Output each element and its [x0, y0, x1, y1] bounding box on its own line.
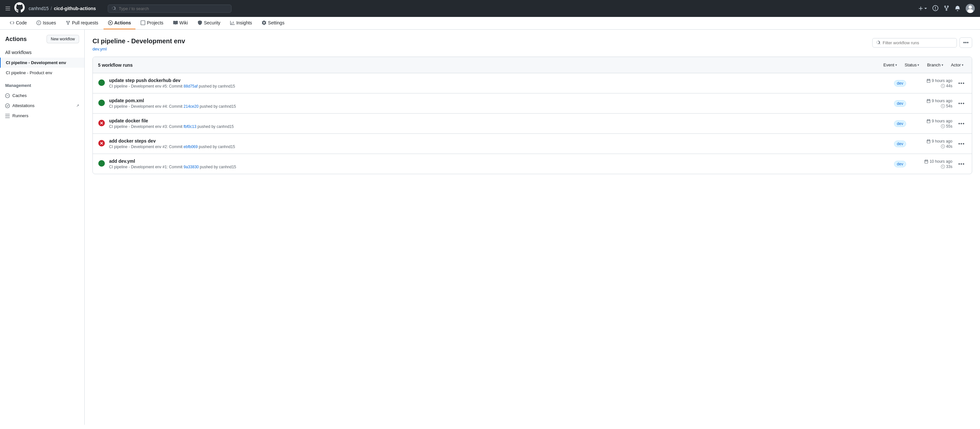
subnav: Code Issues Pull requests Actions Projec…: [0, 17, 980, 30]
subnav-code-label: Code: [16, 20, 27, 25]
projects-nav-icon: [141, 21, 145, 25]
run-time-text: 9 hours ago: [932, 99, 952, 103]
table-row[interactable]: add docker steps dev CI pipeline - Devel…: [93, 134, 972, 154]
svg-point-1: [967, 9, 973, 13]
settings-nav-icon: [262, 21, 266, 25]
username-link[interactable]: canhnd15: [29, 6, 49, 11]
filter-search-box[interactable]: [872, 38, 957, 48]
all-workflows-link[interactable]: All workflows: [0, 47, 84, 57]
actions-nav-icon: [108, 21, 113, 25]
sidebar-workflows: CI pipeline - Development env CI pipelin…: [0, 57, 84, 78]
subnav-security[interactable]: Security: [193, 17, 225, 29]
subnav-insights[interactable]: Insights: [226, 17, 256, 29]
run-commit-link[interactable]: 214ce20: [184, 104, 199, 109]
event-filter[interactable]: Event ▾: [880, 61, 900, 69]
status-filter[interactable]: Status ▾: [902, 61, 923, 69]
subnav-pr[interactable]: Pull requests: [61, 17, 103, 29]
new-workflow-button[interactable]: New workflow: [46, 35, 79, 43]
sidebar-attestations[interactable]: Attestations ↗: [0, 100, 84, 111]
run-subtitle: CI pipeline - Development env #4: Commit…: [109, 104, 890, 109]
pullrequest-icon[interactable]: [943, 5, 950, 12]
table-row[interactable]: update pom.xml CI pipeline - Development…: [93, 94, 972, 114]
run-more-button[interactable]: •••: [956, 79, 967, 87]
run-commit-link[interactable]: 88d75af: [184, 84, 197, 89]
code-icon: [10, 21, 14, 25]
search-input[interactable]: [119, 6, 227, 11]
run-duration: 33s: [941, 164, 952, 169]
run-title[interactable]: update pom.xml: [109, 98, 890, 103]
subnav-actions[interactable]: Actions: [103, 17, 135, 29]
run-status-icon: [98, 100, 105, 107]
insights-nav-icon: [230, 21, 235, 25]
run-subtitle: CI pipeline - Development env #1: Commit…: [109, 165, 890, 169]
subnav-code[interactable]: Code: [5, 17, 31, 29]
plus-button[interactable]: [918, 6, 927, 11]
run-meta: 9 hours ago 40s: [910, 139, 952, 149]
page-subtitle: dev.yml: [92, 46, 185, 51]
search-bar[interactable]: [108, 5, 231, 13]
sidebar-runners[interactable]: Runners: [0, 111, 84, 121]
run-branch-badge: dev: [894, 100, 906, 107]
run-subtitle: CI pipeline - Development env #3: Commit…: [109, 124, 890, 129]
issues-icon[interactable]: [932, 5, 938, 12]
topnav: canhnd15 / cicd-github-actions: [0, 0, 980, 17]
table-row[interactable]: update step push dockerhub dev CI pipeli…: [93, 73, 972, 94]
github-logo[interactable]: [14, 2, 25, 15]
run-subtitle: CI pipeline - Development env #5: Commit…: [109, 84, 890, 89]
run-duration-text: 54s: [946, 104, 952, 108]
run-commit-link[interactable]: fbf0c13: [184, 124, 196, 129]
run-meta: 10 hours ago 33s: [910, 159, 952, 169]
clock-icon: [941, 84, 945, 88]
subnav-projects-label: Projects: [147, 20, 164, 25]
sidebar-workflow-dev[interactable]: CI pipeline - Development env: [0, 57, 84, 68]
subnav-security-label: Security: [204, 20, 220, 25]
sidebar-workflow-prod[interactable]: CI pipeline - Product env: [0, 68, 84, 78]
subnav-settings[interactable]: Settings: [257, 17, 289, 29]
run-status-icon: [98, 120, 105, 127]
table-row[interactable]: update docker file CI pipeline - Develop…: [93, 114, 972, 134]
run-more-button[interactable]: •••: [956, 119, 967, 128]
run-time: 9 hours ago: [927, 99, 952, 103]
run-title[interactable]: update docker file: [109, 118, 890, 123]
run-more-button[interactable]: •••: [956, 160, 967, 168]
subnav-wiki-label: Wiki: [180, 20, 188, 25]
run-title[interactable]: add docker steps dev: [109, 138, 890, 143]
run-duration: 55s: [941, 124, 952, 129]
main-layout: Actions New workflow All workflows CI pi…: [0, 30, 980, 425]
more-options-button[interactable]: •••: [959, 37, 972, 48]
more-options-dots: •••: [963, 40, 969, 46]
run-more-button[interactable]: •••: [956, 140, 967, 148]
run-time: 9 hours ago: [927, 139, 952, 143]
dev-yml-link[interactable]: dev.yml: [92, 46, 107, 51]
run-duration-text: 44s: [946, 84, 952, 88]
title-block: CI pipeline - Development env dev.yml: [92, 37, 185, 51]
pr-nav-icon: [66, 21, 70, 25]
run-commit-link[interactable]: 9a33830: [184, 165, 199, 169]
run-title[interactable]: update step push dockerhub dev: [109, 78, 890, 83]
avatar[interactable]: [966, 4, 975, 13]
subnav-wiki[interactable]: Wiki: [169, 17, 192, 29]
branch-filter[interactable]: Branch ▾: [924, 61, 946, 69]
run-branch-badge: dev: [894, 161, 906, 167]
reponame-link[interactable]: cicd-github-actions: [54, 6, 96, 11]
run-title[interactable]: add dev.yml: [109, 159, 890, 164]
table-row[interactable]: add dev.yml CI pipeline - Development en…: [93, 154, 972, 174]
actor-filter[interactable]: Actor ▾: [948, 61, 967, 69]
run-more-button[interactable]: •••: [956, 99, 967, 108]
page-title: CI pipeline - Development env: [92, 37, 185, 45]
sidebar-caches[interactable]: Caches: [0, 91, 84, 100]
attestations-label: Attestations: [13, 103, 35, 108]
hamburger-icon[interactable]: [5, 6, 10, 11]
run-duration: 54s: [941, 104, 952, 108]
run-time: 10 hours ago: [924, 159, 952, 164]
subnav-projects[interactable]: Projects: [136, 17, 168, 29]
subnav-issues[interactable]: Issues: [32, 17, 60, 29]
run-rows: update step push dockerhub dev CI pipeli…: [93, 73, 972, 174]
run-commit-link[interactable]: ebfb069: [184, 145, 197, 149]
notifications-icon[interactable]: [955, 5, 961, 12]
run-info: add dev.yml CI pipeline - Development en…: [109, 159, 890, 169]
filter-input[interactable]: [883, 40, 953, 45]
subnav-issues-label: Issues: [43, 20, 56, 25]
calendar-icon: [924, 159, 928, 164]
breadcrumb-sep: /: [51, 6, 52, 11]
